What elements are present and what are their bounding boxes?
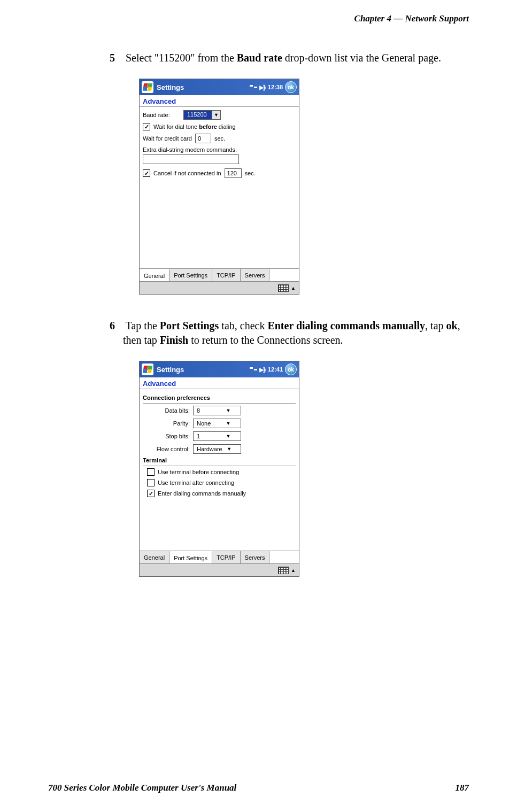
tab-tcpip[interactable]: TCP/IP — [212, 269, 240, 281]
tab-bar: General Port Settings TCP/IP Servers — [140, 268, 299, 281]
chevron-down-icon: ▼ — [226, 447, 233, 452]
tab-tcpip-2[interactable]: TCP/IP — [212, 551, 240, 563]
titlebar-2: Settings 12:41 ok — [140, 361, 299, 377]
window-title: Settings — [157, 83, 250, 91]
divider — [143, 403, 296, 404]
speaker-icon — [259, 84, 266, 91]
terminal-before-label: Use terminal before connecting — [158, 469, 239, 475]
screenshot-1: Settings 12:38 ok Advanced Baud rate: 11… — [139, 79, 469, 295]
enter-dialing-manually-label: Enter dialing commands manually — [158, 490, 246, 497]
stop-bits-label: Stop bits: — [147, 433, 190, 439]
chevron-down-icon: ▼ — [225, 421, 232, 426]
wait-credit-input[interactable]: 0 — [195, 134, 211, 143]
extra-commands-input[interactable] — [143, 154, 239, 164]
clock-2: 12:41 — [268, 366, 283, 373]
ppc-window-port-settings: Settings 12:41 ok Advanced Connection pr… — [139, 361, 299, 577]
wait-dial-before: Wait for dial tone — [153, 123, 199, 130]
data-bits-dropdown[interactable]: 8 ▼ — [193, 406, 241, 415]
page-number: 187 — [456, 783, 469, 793]
wait-dial-tone-checkbox[interactable]: ✓ — [143, 123, 150, 130]
data-bits-label: Data bits: — [147, 407, 190, 414]
ok-button[interactable]: ok — [285, 81, 297, 93]
screen-body-2: Connection preferences Data bits: 8 ▼ Pa… — [140, 389, 299, 551]
parity-dropdown[interactable]: None ▼ — [193, 419, 241, 428]
s6-b3: ok — [446, 320, 458, 331]
parity-value: None — [194, 420, 225, 427]
screen-heading-2: Advanced — [140, 377, 299, 389]
tab-servers-2[interactable]: Servers — [241, 551, 270, 563]
step-6-text: 6 Tap the Port Settings tab, check Enter… — [123, 319, 469, 347]
chevron-up-icon[interactable]: ▲ — [291, 285, 296, 291]
step-5-frag-c: drop-down list via the General page. — [282, 52, 441, 64]
wait-credit-label: Wait for credit card — [143, 135, 192, 142]
step-5-frag-b: " from the — [190, 52, 236, 64]
tab-general-2[interactable]: General — [140, 551, 169, 563]
connection-prefs-heading: Connection preferences — [143, 395, 296, 401]
screen-heading: Advanced — [140, 95, 299, 107]
tab-bar-2: General Port Settings TCP/IP Servers — [140, 551, 299, 563]
clock: 12:38 — [268, 84, 283, 90]
s6-b4: Finish — [160, 334, 188, 346]
cancel-sec: sec. — [245, 170, 256, 176]
status-icons: 12:38 — [250, 84, 283, 91]
page-footer: 700 Series Color Mobile Computer User's … — [48, 783, 469, 793]
windows-flag-icon[interactable] — [142, 364, 153, 375]
cancel-label: Cancel if not connected in — [153, 170, 221, 176]
s6-b1: Port Settings — [160, 320, 219, 331]
manual-title: 700 Series Color Mobile Computer User's … — [48, 783, 236, 793]
cancel-checkbox[interactable]: ✓ — [143, 169, 150, 177]
stop-bits-value: 1 — [194, 432, 225, 440]
status-icons-2: 12:41 — [250, 366, 283, 373]
tab-port-settings-2[interactable]: Port Settings — [169, 551, 212, 563]
data-bits-value: 8 — [194, 407, 225, 414]
chevron-down-icon: ▼ — [225, 434, 232, 439]
stop-bits-dropdown[interactable]: 1 ▼ — [193, 431, 241, 441]
bottom-bar: ▲ — [140, 281, 299, 294]
connection-icon — [250, 366, 257, 373]
wait-credit-sec: sec. — [214, 135, 225, 142]
s6-b2: Enter dialing commands manually — [267, 320, 425, 331]
terminal-after-checkbox[interactable] — [147, 479, 155, 486]
titlebar: Settings 12:38 ok — [140, 79, 299, 95]
flow-control-dropdown[interactable]: Hardware ▼ — [193, 444, 241, 454]
enter-dialing-manually-checkbox[interactable]: ✓ — [147, 490, 155, 497]
window-title-2: Settings — [157, 366, 250, 374]
s6-d: , tap — [425, 320, 446, 331]
tab-port-settings[interactable]: Port Settings — [169, 269, 212, 281]
flow-control-label: Flow control: — [147, 446, 190, 452]
divider — [143, 466, 296, 466]
terminal-after-label: Use terminal after connecting — [158, 480, 234, 486]
baud-rate-value: 115200 — [184, 111, 212, 119]
step-5-frag-a: Select " — [126, 52, 159, 64]
s6-c: tab, check — [219, 320, 267, 331]
s6-a: Tap the — [126, 320, 160, 331]
keyboard-icon[interactable] — [278, 567, 289, 574]
screen-body: Baud rate: 115200 ▼ ✓ Wait for dial tone… — [140, 107, 299, 268]
windows-flag-icon[interactable] — [142, 81, 153, 93]
terminal-heading: Terminal — [143, 457, 296, 463]
baud-rate-dropdown[interactable]: 115200 ▼ — [183, 110, 221, 120]
connection-icon — [250, 84, 257, 90]
baud-rate-label: Baud rate: — [143, 112, 180, 118]
chevron-up-icon[interactable]: ▲ — [291, 568, 296, 573]
tab-general[interactable]: General — [140, 269, 169, 281]
wait-dial-after: dialing — [217, 123, 236, 130]
terminal-before-checkbox[interactable] — [147, 468, 155, 476]
ok-button-2[interactable]: ok — [285, 364, 297, 375]
cancel-timeout-input[interactable]: 120 — [225, 168, 242, 178]
keyboard-icon[interactable] — [278, 284, 289, 292]
page-header: Chapter 4 — Network Support — [48, 13, 469, 24]
step-5-number: 5 — [110, 51, 123, 65]
step-6-number: 6 — [110, 319, 123, 333]
ppc-window-general: Settings 12:38 ok Advanced Baud rate: 11… — [139, 79, 299, 295]
flow-control-value: Hardware — [194, 445, 226, 453]
parity-label: Parity: — [147, 420, 190, 427]
s6-f: to return to the Connections screen. — [188, 334, 343, 346]
tab-servers[interactable]: Servers — [241, 269, 270, 281]
step-5-text: 5 Select "115200" from the Baud rate dro… — [123, 51, 469, 65]
speaker-icon — [259, 366, 266, 373]
wait-dial-tone-label: Wait for dial tone before dialing — [153, 123, 236, 130]
step-5-baud: 115200 — [159, 52, 190, 64]
chevron-down-icon: ▼ — [212, 111, 220, 119]
bottom-bar-2: ▲ — [140, 563, 299, 576]
